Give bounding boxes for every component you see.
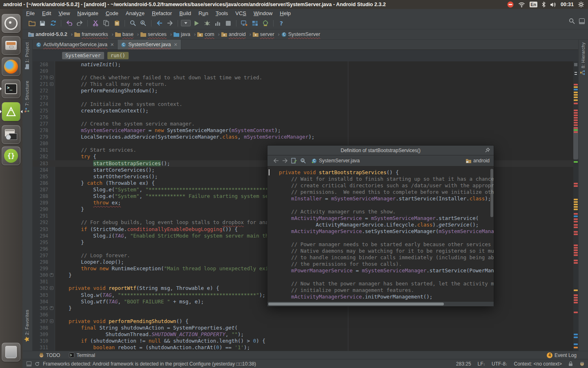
stripe-mark[interactable]: [574, 252, 578, 254]
stripe-mark[interactable]: [574, 84, 578, 85]
stripe-mark[interactable]: [574, 209, 578, 210]
stripe-mark[interactable]: [574, 110, 578, 111]
lock-icon[interactable]: [568, 361, 573, 366]
menu-code[interactable]: Code: [102, 10, 122, 16]
stripe-mark[interactable]: [574, 312, 578, 313]
line-number[interactable]: 289: [33, 200, 48, 206]
stripe-mark[interactable]: [574, 343, 578, 345]
line-number[interactable]: 286: [33, 180, 48, 186]
line-number[interactable]: 271: [33, 81, 48, 88]
line-number[interactable]: 295: [33, 239, 48, 246]
stripe-mark[interactable]: [574, 161, 578, 163]
code-line-270[interactable]: 270− // Check whether we failed to shut …: [33, 74, 573, 81]
tool-button-favorites[interactable]: 2: Favorites: [24, 310, 29, 342]
breadcrumb-server[interactable]: server›: [253, 31, 280, 37]
stripe-mark[interactable]: [574, 227, 578, 228]
stop-button[interactable]: [223, 19, 233, 28]
code-line-309[interactable]: 309 ShutdownThread.SHUTDOWN_ACTION_PROPE…: [33, 331, 573, 338]
code-line-276[interactable]: 276: [33, 114, 573, 121]
line-number[interactable]: 296: [33, 246, 48, 252]
stripe-mark[interactable]: [574, 124, 578, 126]
line-number[interactable]: 281: [33, 147, 48, 153]
fold-marker[interactable]: −: [50, 82, 53, 86]
line-number[interactable]: 277: [33, 121, 48, 127]
stripe-mark[interactable]: [574, 131, 578, 133]
debug-button[interactable]: [202, 19, 212, 28]
launcher-braces-app[interactable]: {}: [2, 146, 20, 165]
popup-module-crumb[interactable]: android: [466, 158, 490, 164]
line-number[interactable]: 304: [33, 298, 48, 305]
code-line-271[interactable]: 271− // This call may not return.: [33, 81, 573, 88]
code-line-306[interactable]: 306: [33, 312, 573, 318]
error-stripe[interactable]: [573, 61, 578, 351]
stripe-mark[interactable]: [574, 231, 578, 233]
breadcrumb-java[interactable]: java›: [174, 31, 196, 37]
tool-button-structure[interactable]: 7: Structure: [24, 81, 29, 113]
paste-icon[interactable]: [112, 19, 122, 28]
menu-refactor[interactable]: Refactor: [148, 10, 176, 16]
gradle-sync-icon[interactable]: [261, 19, 270, 28]
navigate-forward-icon[interactable]: [165, 19, 175, 28]
launcher-trash[interactable]: [2, 343, 20, 361]
menu-view[interactable]: View: [55, 10, 74, 16]
line-number[interactable]: 270: [33, 74, 48, 81]
fold-marker[interactable]: −: [50, 286, 53, 290]
fold-marker[interactable]: ⌃: [50, 306, 53, 310]
edit-source-icon[interactable]: [291, 158, 297, 164]
stripe-mark[interactable]: [574, 245, 578, 246]
stripe-mark[interactable]: [574, 299, 578, 301]
help-icon[interactable]: ?: [276, 19, 286, 28]
line-number[interactable]: 306: [33, 312, 48, 318]
stripe-mark[interactable]: [574, 201, 578, 203]
line-number[interactable]: 283: [33, 160, 48, 167]
stripe-mark[interactable]: [574, 114, 578, 116]
keyboard-layout-indicator[interactable]: En: [530, 2, 537, 7]
popup-vertical-scrollbar[interactable]: [490, 169, 493, 217]
wifi-icon[interactable]: [518, 2, 525, 7]
stripe-mark[interactable]: [574, 302, 578, 303]
menu-help[interactable]: Help: [276, 10, 294, 16]
breadcrumb-android[interactable]: android›: [221, 31, 251, 37]
stripe-mark[interactable]: [574, 260, 578, 261]
stripe-mark[interactable]: [574, 199, 578, 200]
line-number[interactable]: 269: [33, 68, 48, 74]
line-number[interactable]: 294: [33, 233, 48, 239]
line-number[interactable]: 305: [33, 305, 48, 312]
line-separator-widget[interactable]: LF↕: [478, 361, 486, 367]
stripe-mark[interactable]: [574, 122, 578, 123]
pin-icon[interactable]: [485, 147, 490, 153]
breadcrumb-chip-systemserver[interactable]: SystemServer: [62, 52, 104, 59]
tool-button-hierarchy[interactable]: 8: Hierarchy: [580, 42, 586, 75]
line-number[interactable]: 300: [33, 272, 48, 278]
menu-build[interactable]: Build: [176, 10, 195, 16]
breadcrumb-base[interactable]: base›: [115, 31, 139, 37]
fold-marker[interactable]: ⌃: [50, 273, 53, 277]
code-line-278[interactable]: 278 mSystemServiceManager = new SystemSe…: [33, 127, 573, 134]
line-number[interactable]: 310: [33, 338, 48, 344]
stripe-mark[interactable]: [574, 86, 578, 88]
popup-hscroll-thumb[interactable]: [268, 303, 444, 305]
stripe-mark[interactable]: [574, 213, 578, 215]
back-icon[interactable]: [273, 158, 279, 163]
code-line-311[interactable]: 311 boolean reboot = (shutdownAction.cha…: [33, 344, 573, 351]
code-line-272[interactable]: 272 performPendingShutdown();: [33, 88, 573, 94]
attach-debugger-icon[interactable]: [239, 19, 249, 28]
stripe-mark[interactable]: [574, 206, 578, 208]
gear-icon[interactable]: [578, 2, 584, 7]
menu-vcs[interactable]: VCS: [232, 10, 250, 16]
fold-marker[interactable]: −: [50, 319, 53, 323]
stripe-mark[interactable]: [574, 185, 578, 187]
synchronize-icon[interactable]: [48, 19, 58, 28]
run-button[interactable]: [192, 19, 201, 28]
stripe-mark[interactable]: [574, 89, 578, 90]
line-number[interactable]: 268: [33, 61, 48, 68]
code-line-279[interactable]: 279 LocalServices.addService(SystemServi…: [33, 134, 573, 140]
cut-icon[interactable]: [91, 19, 100, 28]
terminal-tool-button[interactable]: Terminal: [69, 352, 95, 358]
fold-marker[interactable]: −: [50, 76, 53, 79]
open-file-icon[interactable]: [27, 19, 37, 28]
stripe-mark[interactable]: [574, 233, 578, 235]
line-number[interactable]: 284: [33, 167, 48, 173]
line-number[interactable]: 272: [33, 88, 48, 94]
line-number[interactable]: 302: [33, 285, 48, 292]
